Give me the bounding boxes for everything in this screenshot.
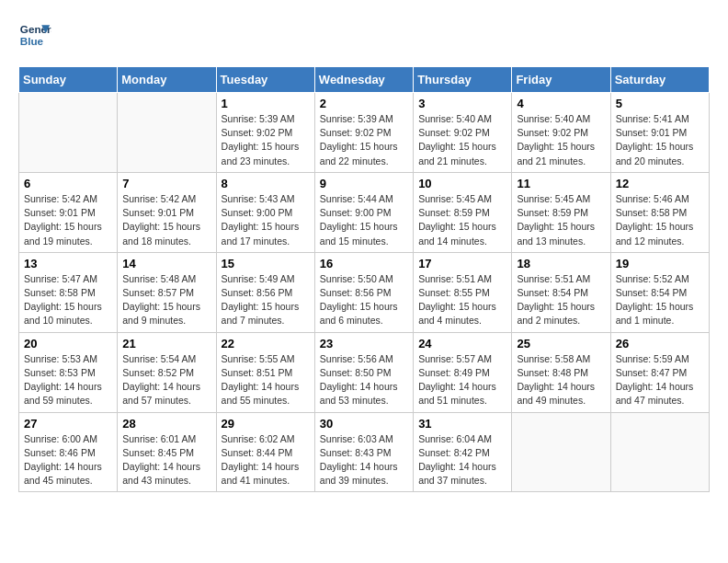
cell-info: Sunrise: 5:45 AMSunset: 8:59 PMDaylight:…: [418, 192, 506, 248]
page-header: General Blue: [18, 18, 710, 52]
cell-info: Sunrise: 5:42 AMSunset: 9:01 PMDaylight:…: [122, 192, 210, 248]
calendar-cell: 13Sunrise: 5:47 AMSunset: 8:58 PMDayligh…: [19, 252, 118, 332]
calendar-cell: 21Sunrise: 5:54 AMSunset: 8:52 PMDayligh…: [118, 332, 216, 412]
cell-info: Sunrise: 5:49 AMSunset: 8:56 PMDaylight:…: [222, 272, 310, 328]
day-number: 5: [616, 97, 704, 110]
cell-info: Sunrise: 5:56 AMSunset: 8:50 PMDaylight:…: [320, 352, 408, 408]
cell-info: Sunrise: 5:41 AMSunset: 9:01 PMDaylight:…: [616, 112, 704, 168]
day-number: 7: [122, 177, 210, 190]
calendar-cell: 28Sunrise: 6:01 AMSunset: 8:45 PMDayligh…: [118, 412, 216, 492]
day-number: 24: [418, 337, 506, 350]
cell-info: Sunrise: 6:01 AMSunset: 8:45 PMDaylight:…: [122, 432, 210, 488]
calendar-cell: 18Sunrise: 5:51 AMSunset: 8:54 PMDayligh…: [512, 252, 610, 332]
calendar-cell: 17Sunrise: 5:51 AMSunset: 8:55 PMDayligh…: [414, 252, 512, 332]
day-header-wednesday: Wednesday: [314, 67, 413, 93]
day-number: 28: [122, 417, 210, 431]
day-number: 6: [24, 177, 112, 190]
cell-info: Sunrise: 5:39 AMSunset: 9:02 PMDaylight:…: [222, 112, 310, 168]
day-header-friday: Friday: [512, 67, 610, 93]
day-number: 25: [517, 337, 605, 350]
cell-info: Sunrise: 5:50 AMSunset: 8:56 PMDaylight:…: [320, 272, 408, 328]
day-number: 22: [222, 337, 310, 350]
calendar-cell: 12Sunrise: 5:46 AMSunset: 8:58 PMDayligh…: [610, 172, 709, 252]
calendar-cell: 2Sunrise: 5:39 AMSunset: 9:02 PMDaylight…: [314, 93, 413, 173]
day-number: 21: [122, 337, 210, 350]
calendar-cell: 27Sunrise: 6:00 AMSunset: 8:46 PMDayligh…: [19, 412, 118, 492]
day-number: 15: [222, 257, 310, 270]
day-number: 14: [122, 257, 210, 270]
calendar-week-3: 13Sunrise: 5:47 AMSunset: 8:58 PMDayligh…: [19, 252, 710, 332]
calendar-week-5: 27Sunrise: 6:00 AMSunset: 8:46 PMDayligh…: [19, 412, 710, 492]
cell-info: Sunrise: 5:45 AMSunset: 8:59 PMDaylight:…: [517, 192, 605, 248]
day-number: 17: [418, 257, 506, 270]
logo-icon: General Blue: [18, 18, 51, 52]
calendar-cell: 30Sunrise: 6:03 AMSunset: 8:43 PMDayligh…: [314, 412, 413, 492]
day-number: 9: [320, 177, 408, 190]
cell-info: Sunrise: 5:54 AMSunset: 8:52 PMDaylight:…: [122, 352, 210, 408]
cell-info: Sunrise: 6:03 AMSunset: 8:43 PMDaylight:…: [320, 432, 408, 488]
cell-info: Sunrise: 6:02 AMSunset: 8:44 PMDaylight:…: [222, 432, 310, 488]
day-header-monday: Monday: [118, 67, 216, 93]
day-header-saturday: Saturday: [610, 67, 709, 93]
calendar-cell: 6Sunrise: 5:42 AMSunset: 9:01 PMDaylight…: [19, 172, 118, 252]
cell-info: Sunrise: 5:59 AMSunset: 8:47 PMDaylight:…: [616, 352, 704, 408]
calendar-table: SundayMondayTuesdayWednesdayThursdayFrid…: [18, 66, 710, 492]
cell-info: Sunrise: 5:40 AMSunset: 9:02 PMDaylight:…: [517, 112, 605, 168]
day-number: 18: [517, 257, 605, 270]
day-number: 10: [418, 177, 506, 190]
calendar-cell: 26Sunrise: 5:59 AMSunset: 8:47 PMDayligh…: [610, 332, 709, 412]
calendar-cell: 5Sunrise: 5:41 AMSunset: 9:01 PMDaylight…: [610, 93, 709, 173]
day-number: 4: [517, 97, 605, 110]
day-number: 12: [616, 177, 704, 190]
cell-info: Sunrise: 5:40 AMSunset: 9:02 PMDaylight:…: [418, 112, 506, 168]
calendar-cell: 29Sunrise: 6:02 AMSunset: 8:44 PMDayligh…: [216, 412, 314, 492]
cell-info: Sunrise: 5:39 AMSunset: 9:02 PMDaylight:…: [320, 112, 408, 168]
cell-info: Sunrise: 5:58 AMSunset: 8:48 PMDaylight:…: [517, 352, 605, 408]
cell-info: Sunrise: 5:53 AMSunset: 8:53 PMDaylight:…: [24, 352, 112, 408]
cell-info: Sunrise: 5:51 AMSunset: 8:55 PMDaylight:…: [418, 272, 506, 328]
cell-info: Sunrise: 5:51 AMSunset: 8:54 PMDaylight:…: [517, 272, 605, 328]
calendar-cell: [512, 412, 610, 492]
calendar-cell: 11Sunrise: 5:45 AMSunset: 8:59 PMDayligh…: [512, 172, 610, 252]
day-number: 16: [320, 257, 408, 270]
calendar-week-2: 6Sunrise: 5:42 AMSunset: 9:01 PMDaylight…: [19, 172, 710, 252]
calendar-cell: [118, 93, 216, 173]
cell-info: Sunrise: 6:04 AMSunset: 8:42 PMDaylight:…: [418, 432, 506, 488]
day-number: 20: [24, 337, 112, 350]
cell-info: Sunrise: 5:55 AMSunset: 8:51 PMDaylight:…: [222, 352, 310, 408]
day-number: 3: [418, 97, 506, 110]
calendar-cell: 10Sunrise: 5:45 AMSunset: 8:59 PMDayligh…: [414, 172, 512, 252]
calendar-cell: 8Sunrise: 5:43 AMSunset: 9:00 PMDaylight…: [216, 172, 314, 252]
calendar-cell: 3Sunrise: 5:40 AMSunset: 9:02 PMDaylight…: [414, 93, 512, 173]
svg-text:Blue: Blue: [20, 35, 44, 47]
day-number: 11: [517, 177, 605, 190]
calendar-cell: 16Sunrise: 5:50 AMSunset: 8:56 PMDayligh…: [314, 252, 413, 332]
day-number: 8: [222, 177, 310, 190]
calendar-cell: 25Sunrise: 5:58 AMSunset: 8:48 PMDayligh…: [512, 332, 610, 412]
calendar-cell: 14Sunrise: 5:48 AMSunset: 8:57 PMDayligh…: [118, 252, 216, 332]
calendar-cell: [19, 93, 118, 173]
day-number: 2: [320, 97, 408, 110]
day-number: 29: [222, 417, 310, 431]
cell-info: Sunrise: 5:42 AMSunset: 9:01 PMDaylight:…: [24, 192, 112, 248]
calendar-cell: 7Sunrise: 5:42 AMSunset: 9:01 PMDaylight…: [118, 172, 216, 252]
calendar-week-4: 20Sunrise: 5:53 AMSunset: 8:53 PMDayligh…: [19, 332, 710, 412]
calendar-cell: 20Sunrise: 5:53 AMSunset: 8:53 PMDayligh…: [19, 332, 118, 412]
cell-info: Sunrise: 5:47 AMSunset: 8:58 PMDaylight:…: [24, 272, 112, 328]
calendar-cell: 31Sunrise: 6:04 AMSunset: 8:42 PMDayligh…: [414, 412, 512, 492]
day-number: 19: [616, 257, 704, 270]
calendar-cell: 1Sunrise: 5:39 AMSunset: 9:02 PMDaylight…: [216, 93, 314, 173]
day-header-tuesday: Tuesday: [216, 67, 314, 93]
day-number: 26: [616, 337, 704, 350]
cell-info: Sunrise: 6:00 AMSunset: 8:46 PMDaylight:…: [24, 432, 112, 488]
day-number: 31: [418, 417, 506, 431]
calendar-week-1: 1Sunrise: 5:39 AMSunset: 9:02 PMDaylight…: [19, 93, 710, 173]
calendar-header-row: SundayMondayTuesdayWednesdayThursdayFrid…: [19, 67, 710, 93]
calendar-cell: 4Sunrise: 5:40 AMSunset: 9:02 PMDaylight…: [512, 93, 610, 173]
cell-info: Sunrise: 5:44 AMSunset: 9:00 PMDaylight:…: [320, 192, 408, 248]
day-number: 13: [24, 257, 112, 270]
calendar-cell: 9Sunrise: 5:44 AMSunset: 9:00 PMDaylight…: [314, 172, 413, 252]
day-number: 27: [24, 417, 112, 431]
cell-info: Sunrise: 5:43 AMSunset: 9:00 PMDaylight:…: [222, 192, 310, 248]
cell-info: Sunrise: 5:57 AMSunset: 8:49 PMDaylight:…: [418, 352, 506, 408]
